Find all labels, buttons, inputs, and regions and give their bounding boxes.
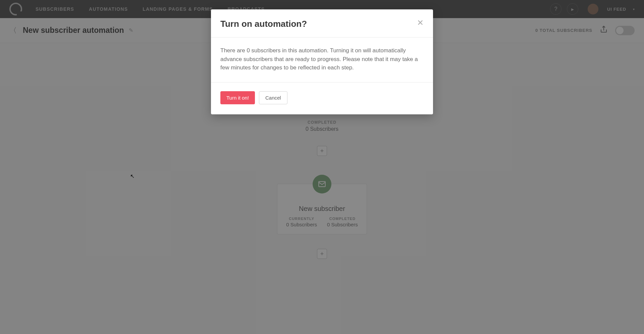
modal-footer: Turn it on! Cancel xyxy=(211,82,433,114)
close-icon[interactable]: ✕ xyxy=(417,19,424,27)
cancel-button[interactable]: Cancel xyxy=(259,91,287,104)
modal-body: There are 0 subscribers in this automati… xyxy=(211,38,433,82)
modal-overlay: Turn on automation? ✕ There are 0 subscr… xyxy=(0,0,644,334)
turn-on-button[interactable]: Turn it on! xyxy=(220,91,255,104)
modal-header: Turn on automation? ✕ xyxy=(211,9,433,38)
modal-title: Turn on automation? xyxy=(220,19,307,29)
turn-on-modal: Turn on automation? ✕ There are 0 subscr… xyxy=(211,9,433,114)
